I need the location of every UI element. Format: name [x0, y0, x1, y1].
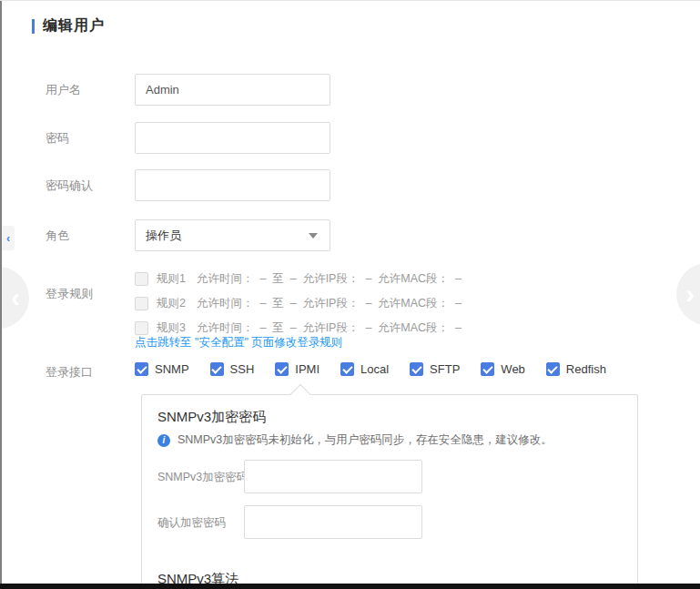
- interface-option-redfish: Redfish: [546, 362, 606, 376]
- interface-option-web: Web: [481, 362, 525, 376]
- chevron-right-icon: ›: [685, 280, 695, 308]
- rule-name: 规则1: [157, 271, 186, 287]
- sftp-checkbox[interactable]: [410, 362, 423, 376]
- window-bottom-edge: [0, 584, 700, 589]
- interface-option-ipmi: IPMI: [275, 362, 320, 376]
- username-label: 用户名: [46, 82, 81, 98]
- rule1-checkbox: [135, 272, 148, 286]
- snmpv3-password-input[interactable]: [244, 460, 422, 493]
- info-icon: [157, 434, 170, 447]
- role-label: 角色: [46, 228, 69, 244]
- password-label: 密码: [46, 130, 69, 147]
- rule-name: 规则2: [157, 296, 186, 311]
- interface-label: Local: [360, 362, 389, 376]
- password-confirm-label: 密码确认: [46, 178, 93, 194]
- snmpv3-info-text: SNMPv3加密密码未初始化，与用户密码同步，存在安全隐患，建议修改。: [178, 432, 553, 448]
- redfish-checkbox[interactable]: [546, 362, 560, 376]
- interface-label: IPMI: [295, 362, 320, 376]
- rule2-checkbox: [135, 297, 148, 310]
- carousel-next-button[interactable]: ›: [676, 263, 700, 325]
- role-select[interactable]: 操作员: [135, 219, 330, 251]
- chevron-down-icon: [309, 233, 318, 239]
- login-interfaces-label: 登录接口: [46, 364, 93, 381]
- chevron-left-icon: ‹: [11, 284, 20, 311]
- snmpv3-info-row: SNMPv3加密密码未初始化，与用户密码同步，存在安全隐患，建议修改。: [157, 432, 553, 448]
- rule3-checkbox: [135, 321, 148, 335]
- rule-detail: 允许时间： – 至 – 允许IP段： – 允许MAC段： –: [197, 296, 462, 311]
- rule-name: 规则3: [157, 320, 186, 336]
- snmpv3-panel-title: SNMPv3加密密码: [157, 409, 266, 426]
- interface-option-snmp: SNMP: [135, 362, 189, 376]
- login-rule-row: 规则2 允许时间： – 至 – 允许IP段： – 允许MAC段： –: [135, 294, 462, 312]
- chevron-left-icon: ‹: [6, 233, 10, 244]
- rule-detail: 允许时间： – 至 – 允许IP段： – 允许MAC段： –: [197, 320, 462, 336]
- panel-callout-notch: [290, 384, 311, 405]
- snmpv3-confirm-label: 确认加密密码: [157, 515, 226, 531]
- ssh-checkbox[interactable]: [210, 362, 224, 376]
- security-config-link[interactable]: 点击跳转至 "安全配置" 页面修改登录规则: [135, 335, 342, 350]
- title-accent-bar: [32, 19, 35, 34]
- interface-option-sftp: SFTP: [410, 362, 460, 376]
- snmpv3-password-label: SNMPv3加密密码: [157, 470, 248, 485]
- edit-user-page: 编辑用户 用户名 密码 密码确认 角色 操作员 登录规则 规则1 允许时间： –…: [0, 0, 700, 589]
- carousel-prev-button[interactable]: ‹: [0, 267, 29, 329]
- snmpv3-confirm-input[interactable]: [244, 505, 422, 539]
- interface-option-local: Local: [340, 362, 389, 376]
- window-left-edge: [0, 1, 2, 589]
- interface-label: Redfish: [566, 362, 606, 376]
- snmp-checkbox[interactable]: [135, 362, 148, 376]
- username-input[interactable]: [135, 74, 330, 106]
- role-selected-value: 操作员: [146, 228, 309, 244]
- login-rules-label: 登录规则: [46, 286, 93, 302]
- snmpv3-panel: SNMPv3加密密码 SNMPv3加密密码未初始化，与用户密码同步，存在安全隐患…: [141, 394, 638, 589]
- page-title: 编辑用户: [43, 16, 105, 36]
- login-rule-row: 规则1 允许时间： – 至 – 允许IP段： – 允许MAC段： –: [135, 269, 462, 288]
- local-checkbox[interactable]: [340, 362, 354, 376]
- sidebar-collapse-button[interactable]: ‹: [2, 226, 15, 250]
- page-title-row: 编辑用户: [32, 16, 105, 36]
- login-rule-row: 规则3 允许时间： – 至 – 允许IP段： – 允许MAC段： –: [135, 319, 462, 337]
- interface-label: SNMP: [155, 362, 189, 376]
- interface-label: SFTP: [430, 362, 460, 376]
- password-confirm-input[interactable]: [135, 169, 330, 201]
- web-checkbox[interactable]: [481, 362, 494, 376]
- login-interfaces-row: SNMP SSH IPMI Local SFTP Web Redfish: [135, 362, 627, 376]
- password-input[interactable]: [135, 122, 330, 154]
- interface-option-ssh: SSH: [210, 362, 255, 376]
- interface-label: SSH: [230, 362, 255, 376]
- ipmi-checkbox[interactable]: [275, 362, 289, 376]
- interface-label: Web: [501, 362, 525, 376]
- rule-detail: 允许时间： – 至 – 允许IP段： – 允许MAC段： –: [197, 271, 462, 287]
